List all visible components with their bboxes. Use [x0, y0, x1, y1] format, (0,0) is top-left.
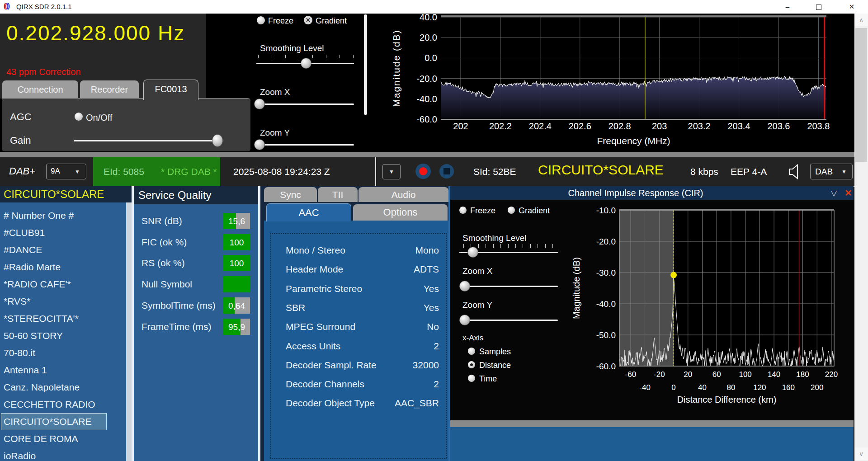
svg-text:200: 200: [811, 383, 823, 392]
quality-metric-row: Null Symbol: [134, 276, 258, 293]
svg-text:-30.0: -30.0: [596, 268, 616, 278]
scroll-up-button[interactable]: ∧: [854, 14, 868, 26]
dab-bar-separator: [375, 157, 376, 186]
spectrum-zoomy-track[interactable]: [256, 144, 354, 146]
spectrum-chart[interactable]: 40.020.00.0-20.0-40.0-60.0202202.2202.42…: [389, 13, 854, 151]
record-button[interactable]: [415, 164, 431, 179]
channel-select[interactable]: 9A ▼: [46, 164, 86, 179]
tab-aac[interactable]: AAC: [266, 203, 351, 221]
tab-connection[interactable]: Connection: [2, 80, 78, 99]
station-list-item[interactable]: 70-80.it: [0, 344, 126, 362]
spectrum-gradient-checkbox[interactable]: ✕: [304, 16, 312, 24]
station-list-item[interactable]: Antenna 1: [0, 362, 126, 379]
stop-button[interactable]: [439, 164, 454, 179]
svg-text:-60.0: -60.0: [596, 362, 616, 371]
tab-tii[interactable]: TII: [318, 187, 358, 202]
cir-collapse-icon[interactable]: ▽: [831, 188, 837, 198]
quality-metric-row: FrameTime (ms) 95,9: [134, 318, 258, 335]
station-list-item[interactable]: 50-60 STORY: [0, 327, 126, 344]
cir-close-icon[interactable]: ✕: [844, 188, 852, 198]
station-list-item[interactable]: # Number One #: [0, 207, 126, 224]
station-list-item[interactable]: *RVS*: [0, 293, 126, 310]
station-list-item[interactable]: #Radio Marte: [0, 259, 126, 276]
station-list-item[interactable]: ioRadio: [0, 447, 126, 461]
metric-bar: 95,9: [223, 319, 250, 335]
tab-options[interactable]: Options: [353, 204, 448, 221]
stop-icon: [443, 168, 450, 174]
gain-slider-thumb[interactable]: [212, 134, 223, 147]
agc-radio[interactable]: [75, 113, 83, 121]
cir-chart[interactable]: -10.0-20.0-30.0-40.0-50.0-60.0-60-202060…: [565, 200, 854, 420]
svg-text:Magnitude (dB): Magnitude (dB): [571, 257, 581, 319]
station-list-item[interactable]: #DANCE: [0, 241, 126, 259]
svg-text:100: 100: [739, 370, 751, 379]
station-list-item[interactable]: CORE DE ROMA: [0, 430, 126, 447]
station-list-item[interactable]: CECCHETTO RADIO: [0, 396, 126, 413]
metric-label: Null Symbol: [142, 279, 192, 290]
station-name: #DANCE: [4, 241, 42, 259]
cir-zoomy-track[interactable]: [459, 320, 558, 321]
close-button[interactable]: ✕: [841, 0, 862, 14]
main-scrollbar[interactable]: ∧ ∨: [854, 14, 868, 461]
station-list-item[interactable]: #CLUB91: [0, 224, 126, 241]
cir-window-titlebar[interactable]: Channel Impulse Response (CIR) ▽ ✕: [450, 186, 854, 200]
cir-freeze-radio[interactable]: [459, 207, 467, 214]
station-list-item[interactable]: Canz. Napoletane: [0, 379, 126, 396]
cir-xaxis-distance-radio[interactable]: [468, 361, 475, 368]
minimize-button[interactable]: –: [777, 0, 798, 14]
cir-smoothing-thumb[interactable]: [467, 247, 478, 258]
spectrum-zoomy-thumb[interactable]: [254, 139, 265, 150]
svg-text:Frequency (MHz): Frequency (MHz): [597, 136, 670, 146]
cir-zoomy-thumb[interactable]: [459, 315, 470, 325]
svg-text:202.8: 202.8: [609, 121, 631, 131]
service-id: SId: 52BE: [473, 166, 516, 177]
station-list-item[interactable]: *STEREOCITTA'*: [0, 310, 126, 327]
svg-text:0.0: 0.0: [425, 53, 437, 63]
gain-slider-track[interactable]: [74, 140, 223, 141]
tab-recorder[interactable]: Recorder: [80, 80, 139, 99]
svg-text:0: 0: [671, 383, 675, 392]
station-list-item[interactable]: *RADIO CAFE'*: [0, 276, 126, 293]
cir-xaxis-label: x-Axis: [462, 334, 483, 343]
metric-bar: 100: [223, 255, 250, 271]
aac-property-row: Mono / Stereo Mono: [271, 245, 446, 257]
window-titlebar: (()) QIRX SDR 2.0.1.1 – ✕: [0, 0, 868, 14]
station-list-item[interactable]: CIRCUITO*SOLARE: [1, 413, 107, 430]
cir-bottom-splitter[interactable]: [450, 420, 854, 427]
spectrum-controls-scrollbar[interactable]: [364, 14, 367, 115]
aac-property-row: SBR Yes: [271, 302, 446, 314]
scroll-down-icon: ∨: [859, 450, 863, 457]
spectrum-freeze-radio[interactable]: [257, 16, 265, 24]
spectrum-smoothing-thumb[interactable]: [301, 58, 311, 69]
speaker-icon[interactable]: [788, 163, 804, 180]
splitter-horizontal[interactable]: [0, 152, 854, 157]
property-value: Yes: [424, 302, 439, 313]
station-list-scrollbar[interactable]: [126, 202, 132, 461]
cir-freeze-label: Freeze: [470, 206, 495, 216]
output-mode-select[interactable]: DAB ▼: [810, 164, 853, 179]
cir-zoomx-track[interactable]: [459, 286, 558, 287]
frequency-display[interactable]: 0.202.928.000 Hz: [6, 21, 185, 45]
spectrum-zoomx-track[interactable]: [256, 103, 354, 105]
metric-bar: [223, 276, 250, 292]
tab-audio[interactable]: Audio: [359, 187, 448, 202]
cir-gradient-radio[interactable]: [508, 207, 515, 214]
tab-sync[interactable]: Sync: [264, 187, 317, 202]
scroll-down-button[interactable]: ∨: [854, 447, 868, 460]
cir-xaxis-samples-radio[interactable]: [468, 348, 475, 355]
property-label: SBR: [286, 302, 305, 313]
tab-fc0013[interactable]: FC0013: [143, 80, 198, 100]
record-options-dropdown[interactable]: ▼: [382, 164, 401, 179]
svg-text:202.4: 202.4: [529, 121, 552, 131]
scrollbar-thumb[interactable]: [855, 28, 867, 162]
chevron-down-icon: ▼: [389, 169, 394, 175]
selected-service-header: CIRCUITO*SOLARE: [4, 188, 104, 201]
chevron-down-icon: ▼: [75, 169, 80, 175]
dab-mode-label: DAB+: [9, 165, 35, 177]
svg-text:-10.0: -10.0: [596, 206, 616, 215]
maximize-button[interactable]: [808, 0, 829, 14]
spectrum-zoomx-thumb[interactable]: [254, 99, 265, 109]
cir-xaxis-time-radio[interactable]: [468, 375, 475, 382]
cir-smoothing-label: Smoothing Level: [462, 233, 527, 243]
cir-zoomx-thumb[interactable]: [459, 281, 470, 292]
